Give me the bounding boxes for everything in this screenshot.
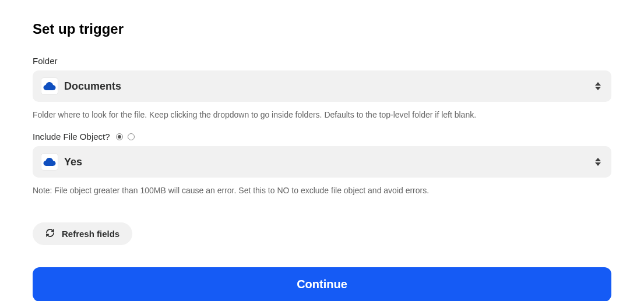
onedrive-icon [41, 153, 58, 171]
dropdown-chevrons-icon [595, 82, 601, 90]
dropdown-chevrons-icon [595, 158, 601, 166]
refresh-fields-label: Refresh fields [62, 229, 119, 239]
folder-help-text: Folder where to look for the file. Keep … [33, 109, 611, 121]
refresh-icon [45, 228, 55, 239]
include-file-object-selected-value: Yes [64, 156, 595, 168]
include-file-object-help-text: Note: File object greater than 100MB wil… [33, 185, 611, 197]
refresh-fields-button[interactable]: Refresh fields [33, 222, 132, 245]
onedrive-icon [41, 77, 58, 95]
folder-dropdown[interactable]: Documents [33, 70, 611, 102]
continue-button[interactable]: Continue [33, 267, 611, 301]
field-folder: Folder Documents Folder where to look fo… [33, 56, 611, 121]
include-file-object-dropdown[interactable]: Yes [33, 146, 611, 178]
page-title: Set up trigger [33, 21, 611, 37]
field-include-file-object: Include File Object? Yes Note: File obje… [33, 132, 611, 197]
radio-option-2[interactable] [128, 133, 135, 140]
folder-label: Folder [33, 56, 611, 66]
include-file-object-label: Include File Object? [33, 132, 110, 141]
folder-selected-value: Documents [64, 80, 595, 93]
radio-option-1[interactable] [116, 133, 123, 140]
radio-group [116, 133, 135, 140]
